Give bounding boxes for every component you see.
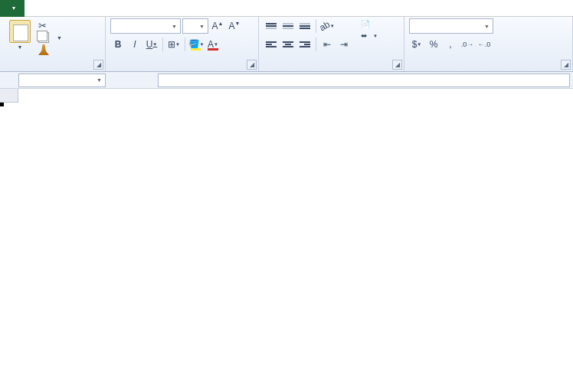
copy-button[interactable]: ▼ — [38, 32, 62, 43]
chevron-down-icon: ▼ — [199, 24, 205, 29]
select-all-corner[interactable] — [0, 89, 18, 103]
align-right-button[interactable] — [297, 37, 313, 52]
align-top-button[interactable] — [264, 18, 279, 34]
decrease-indent-icon: ⇤ — [323, 39, 331, 50]
borders-button[interactable]: ⊞▼ — [166, 37, 182, 52]
merge-icon: ⬌ — [361, 31, 367, 40]
align-middle-icon — [283, 22, 293, 30]
dialog-launcher-font[interactable]: ◢ — [247, 60, 257, 70]
tab-file[interactable]: ▾ — [0, 0, 25, 17]
chevron-down-icon: ▼ — [57, 35, 62, 41]
separator — [162, 38, 163, 51]
dialog-launcher-clipboard[interactable]: ◢ — [93, 60, 103, 70]
font-size-combo[interactable]: ▼ — [182, 18, 208, 34]
chevron-down-icon: ▼ — [172, 24, 177, 29]
increase-font-button[interactable]: A▲ — [210, 18, 225, 34]
scissors-icon: ✂ — [38, 20, 49, 31]
increase-indent-icon: ⇥ — [340, 39, 348, 50]
italic-button[interactable]: I — [127, 37, 142, 52]
separator — [185, 38, 185, 51]
increase-indent-button[interactable]: ⇥ — [336, 37, 352, 52]
number-format-combo[interactable]: ▼ — [409, 18, 493, 34]
group-font: ▼ ▼ A▲ A▼ B I U▼ ⊞▼ 🪣▼ A▼ ◢ — [106, 17, 259, 71]
underline-button[interactable]: U▼ — [144, 37, 159, 52]
orientation-button[interactable]: ab▼ — [319, 18, 335, 34]
align-top-icon — [266, 22, 277, 30]
formula-bar-row: ▼ — [0, 72, 573, 89]
decrease-decimal-button[interactable]: ←.0 — [476, 37, 492, 52]
decrease-indent-button[interactable]: ⇤ — [319, 37, 335, 52]
increase-font-icon: A▲ — [212, 21, 224, 31]
wrap-text-button[interactable]: 📄 — [358, 18, 381, 30]
align-center-button[interactable] — [280, 37, 296, 52]
currency-button[interactable]: $▼ — [409, 37, 424, 52]
separator — [316, 38, 316, 51]
borders-icon: ⊞ — [168, 39, 175, 50]
copy-icon — [38, 32, 49, 43]
align-bottom-button[interactable] — [297, 18, 313, 34]
font-color-button[interactable]: A▼ — [205, 37, 221, 52]
align-center-icon — [283, 41, 293, 48]
fill-color-button[interactable]: 🪣▼ — [188, 37, 204, 52]
align-left-icon — [266, 41, 277, 48]
wrap-text-icon: 📄 — [361, 20, 370, 28]
paste-button[interactable]: ▼ — [5, 18, 35, 55]
ribbon: ▼ ✂ ▼ ◢ ▼ ▼ A▲ A▼ B I U▼ ⊞▼ 🪣▼ A▼ — [0, 17, 573, 72]
percent-button[interactable]: % — [426, 37, 441, 52]
cut-button[interactable]: ✂ — [38, 20, 62, 31]
column-headers — [18, 89, 573, 103]
increase-decimal-icon: .0→ — [461, 41, 474, 48]
decrease-decimal-icon: ←.0 — [478, 41, 491, 48]
decrease-font-button[interactable]: A▼ — [227, 18, 242, 34]
separator — [316, 19, 316, 33]
ribbon-tabs: ▾ — [0, 0, 573, 17]
chevron-down-icon[interactable]: ▼ — [18, 44, 23, 50]
format-painter-button[interactable] — [38, 44, 62, 55]
worksheet[interactable] — [0, 89, 573, 103]
comma-icon: , — [449, 39, 451, 50]
group-alignment: ab▼ ⇤ ⇥ 📄 ⬌▼ ◢ — [259, 17, 404, 71]
font-name-combo[interactable]: ▼ — [110, 18, 181, 34]
dialog-launcher-number[interactable]: ◢ — [561, 60, 571, 70]
merge-center-button[interactable]: ⬌▼ — [358, 30, 381, 41]
bold-button[interactable]: B — [110, 37, 126, 52]
group-number: ▼ $▼ % , .0→ ←.0 ◢ — [404, 17, 573, 71]
paste-icon — [9, 20, 31, 43]
comma-button[interactable]: , — [443, 37, 458, 52]
percent-icon: % — [430, 39, 438, 50]
chevron-down-icon: ▾ — [12, 5, 15, 11]
dialog-launcher-alignment[interactable]: ◢ — [392, 60, 402, 70]
brush-icon — [38, 44, 49, 55]
group-clipboard: ▼ ✂ ▼ ◢ — [0, 17, 106, 71]
formula-input[interactable] — [158, 74, 570, 87]
decrease-font-icon: A▼ — [229, 21, 241, 31]
dollar-icon: $ — [412, 39, 417, 50]
align-right-icon — [300, 41, 310, 48]
orientation-icon: ab — [318, 19, 332, 34]
align-left-button[interactable] — [264, 37, 279, 52]
chevron-down-icon: ▼ — [484, 24, 490, 29]
align-middle-button[interactable] — [280, 18, 296, 34]
active-cell-indicator — [0, 103, 3, 106]
align-bottom-icon — [300, 22, 310, 30]
chevron-down-icon: ▼ — [97, 77, 102, 83]
increase-decimal-button[interactable]: .0→ — [460, 37, 475, 52]
name-box[interactable]: ▼ — [18, 74, 106, 87]
